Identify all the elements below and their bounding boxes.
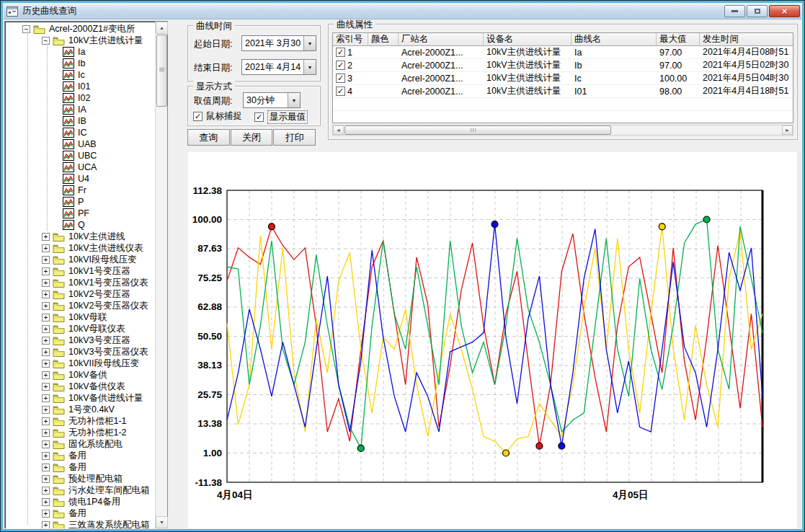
chevron-down-icon[interactable]: ▼ <box>288 93 300 107</box>
table-row[interactable]: ✓2Acrel-2000Z1...10kV主供进线计量Ib97.002021年4… <box>333 59 793 72</box>
expand-icon[interactable]: + <box>42 291 50 298</box>
folder-icon <box>53 486 65 495</box>
expand-icon[interactable]: + <box>42 417 50 425</box>
chevron-down-icon[interactable]: ▼ <box>303 36 316 50</box>
expand-icon[interactable]: + <box>42 452 50 460</box>
expand-icon[interactable]: + <box>42 279 50 287</box>
table-row[interactable]: ✓1Acrel-2000Z1...10kV主供进线计量Ia97.002021年4… <box>333 46 793 59</box>
show-extremes-checkbox[interactable]: ✓ 显示最值 <box>254 110 308 124</box>
expand-icon[interactable]: + <box>42 406 50 414</box>
tree-scrollbar[interactable]: ▲ ▼ <box>155 22 167 528</box>
curve-name-cell: Ic <box>571 72 657 84</box>
restore-icon <box>755 9 760 14</box>
expand-icon[interactable]: + <box>42 302 50 310</box>
table-row[interactable]: ✓3Acrel-2000Z1...10kV主供进线计量Ic100.002021年… <box>333 72 793 85</box>
mouse-capture-checkbox[interactable]: ✓ 鼠标捕捉 <box>193 110 242 123</box>
row-checkbox[interactable]: ✓ <box>336 74 345 83</box>
tree-item-label: UBC <box>78 151 97 161</box>
curve-props-group: 曲线属性 索引号颜色厂站名设备名曲线名最大值发生时间✓1Acrel-2000Z1… <box>328 24 798 140</box>
table-row[interactable]: ✓4Acrel-2000Z1...10kV主供进线计量I0198.002021年… <box>333 85 793 98</box>
expand-icon[interactable]: + <box>42 440 50 448</box>
col-header[interactable]: 设备名 <box>484 33 571 46</box>
scroll-down-icon[interactable]: ▼ <box>156 516 168 528</box>
expand-icon[interactable]: + <box>42 464 50 471</box>
collapse-icon[interactable]: − <box>22 25 30 33</box>
folder-icon <box>53 520 65 529</box>
col-header[interactable]: 厂站名 <box>399 33 484 46</box>
row-index: 4 <box>347 87 352 97</box>
expand-icon[interactable]: + <box>42 429 50 437</box>
folder-icon <box>53 463 65 472</box>
expand-icon[interactable]: + <box>42 348 50 356</box>
expand-icon[interactable]: + <box>42 510 50 518</box>
tree-item-label: 馈电1P4备用 <box>68 496 120 508</box>
chevron-down-icon[interactable]: ▼ <box>303 60 316 74</box>
expand-icon[interactable]: + <box>42 498 50 506</box>
extreme-marker-Ic <box>703 216 710 223</box>
col-header[interactable]: 发生时间 <box>700 33 793 46</box>
curve-icon <box>63 174 74 184</box>
col-header[interactable]: 颜色 <box>368 33 399 46</box>
row-checkbox[interactable]: ✓ <box>336 87 345 96</box>
curve-icon <box>63 128 74 138</box>
display-mode-group: 显示方式 取值周期: 30分钟 ▼ ✓ 鼠标捕捉 ✓ 显示最值 <box>187 86 321 126</box>
table-hscrollbar[interactable]: ◄ ► <box>332 125 793 136</box>
tree-item-label: Q <box>78 220 85 230</box>
row-checkbox[interactable]: ✓ <box>336 61 345 70</box>
history-curve-chart[interactable]: 112.38100.0087.6375.2562.8850.5038.1325.… <box>188 152 797 528</box>
titlebar[interactable]: 历史曲线查询 × <box>4 4 801 19</box>
expand-icon[interactable]: + <box>42 233 50 241</box>
collapse-icon[interactable]: − <box>42 37 50 45</box>
svg-text:50.50: 50.50 <box>197 331 222 342</box>
end-date-select[interactable]: 2021年 4月14 ▼ <box>241 59 316 75</box>
expand-icon[interactable]: + <box>42 487 50 495</box>
expand-icon[interactable]: + <box>42 383 50 391</box>
window-controls: × <box>724 5 801 17</box>
minimize-button[interactable] <box>724 5 745 17</box>
checkbox-checked-icon[interactable]: ✓ <box>254 112 264 122</box>
tree-item-label: 备用 <box>68 461 86 474</box>
max-value-cell: 98.00 <box>657 85 700 97</box>
table-header: 索引号颜色厂站名设备名曲线名最大值发生时间 <box>333 33 793 46</box>
col-header[interactable]: 曲线名 <box>571 33 657 46</box>
table-hscrollbar-thumb[interactable] <box>344 125 611 135</box>
close-button[interactable]: × <box>769 5 800 17</box>
expand-icon[interactable]: + <box>42 267 50 275</box>
scroll-right-icon[interactable]: ► <box>782 125 793 135</box>
tree-item-label: 备用 <box>68 450 86 462</box>
curve-icon <box>63 93 74 103</box>
restore-button[interactable] <box>747 5 768 17</box>
tree-scrollbar-thumb[interactable] <box>156 35 167 107</box>
row-checkbox[interactable]: ✓ <box>336 48 345 57</box>
expand-icon[interactable]: + <box>42 314 50 322</box>
checkbox-checked-icon[interactable]: ✓ <box>193 112 203 121</box>
empty-row <box>333 98 793 111</box>
scroll-left-icon[interactable]: ◄ <box>333 125 344 135</box>
expand-icon[interactable]: + <box>42 325 50 333</box>
expand-icon[interactable]: + <box>42 337 50 345</box>
start-date-select[interactable]: 2021年 3月30 ▼ <box>241 35 316 51</box>
tree-item-label: 10kVII段母线压变 <box>68 358 139 370</box>
tree-item-label: 10kV备供 <box>68 369 107 381</box>
query-button[interactable]: 查询 <box>187 129 230 146</box>
expand-icon[interactable]: + <box>42 475 50 483</box>
expand-icon[interactable]: + <box>42 360 50 368</box>
row-index: 1 <box>347 48 352 58</box>
extreme-marker-Ia <box>536 443 543 449</box>
print-button[interactable]: 打印 <box>273 129 316 146</box>
expand-icon[interactable]: + <box>42 521 50 529</box>
col-header[interactable]: 最大值 <box>657 33 700 46</box>
expand-icon[interactable]: + <box>42 244 50 252</box>
folder-icon <box>33 25 45 34</box>
period-select[interactable]: 30分钟 ▼ <box>243 92 301 108</box>
expand-icon[interactable]: + <box>42 371 50 379</box>
device-tree: −Acrel-2000Z1#变电所−10kV主供进线计量IaIbIcI01I02… <box>5 22 155 528</box>
col-header[interactable]: 索引号 <box>333 33 368 46</box>
close-button-action[interactable]: 关闭 <box>231 129 273 146</box>
folder-icon <box>53 232 65 241</box>
expand-icon[interactable]: + <box>42 256 50 264</box>
time-cell: 2021年4月5日02时30 <box>700 59 793 71</box>
scroll-up-icon[interactable]: ▲ <box>156 22 168 34</box>
expand-icon[interactable]: + <box>42 394 50 402</box>
show-extremes-label: 显示最值 <box>267 110 308 124</box>
